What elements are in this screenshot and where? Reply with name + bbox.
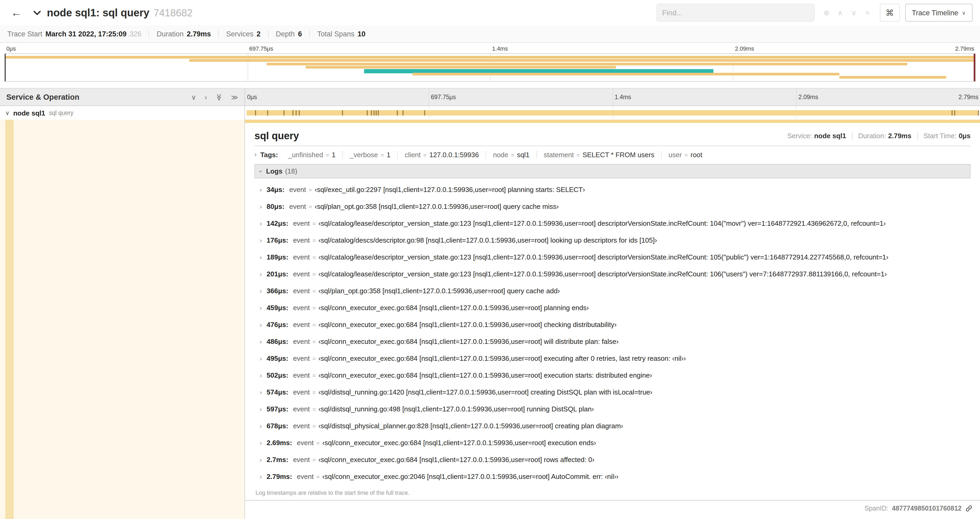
time-tick-label: 1.4ms [615, 94, 631, 100]
log-entry[interactable]: ›502μs:event=‹sql/conn_executor_exec.go:… [260, 367, 970, 384]
tag-item: _verbose=1 [342, 150, 397, 158]
minimap-right-scrubber[interactable] [974, 54, 975, 81]
equals-sign: = [312, 237, 316, 244]
equals-sign: = [312, 288, 316, 294]
span-meta-label: Service: [787, 132, 812, 140]
service-operation-title: Service & Operation [6, 93, 191, 101]
log-field-key: event [293, 338, 310, 345]
log-field-key: event [293, 405, 310, 413]
log-field-value: ‹sql/distsql_physical_planner.go:828 [ns… [318, 422, 623, 430]
log-field-key: event [293, 371, 310, 379]
log-entry[interactable]: ›678μs:event=‹sql/distsql_physical_plann… [260, 418, 970, 434]
log-entry[interactable]: ›495μs:event=‹sql/conn_executor_exec.go:… [260, 350, 970, 367]
clear-search-icon[interactable]: × [861, 8, 874, 17]
next-result-icon[interactable]: ∨ [847, 8, 861, 17]
expand-one-icon[interactable]: › [205, 93, 207, 101]
log-marker [267, 110, 268, 115]
time-tick-label: 2.09ms [735, 45, 754, 52]
chevron-down-icon[interactable]: ∨ [5, 109, 10, 116]
indent-guide-column [0, 120, 245, 519]
chevron-right-icon: › [260, 304, 262, 312]
minimap-span-bar [839, 76, 946, 78]
view-options-button[interactable]: Trace Timeline ∨ [905, 4, 973, 22]
logs-footnote: Log timestamps are relative to the start… [255, 485, 970, 501]
log-timestamp: 574μs: [267, 388, 288, 396]
log-entry[interactable]: ›142μs:event=‹sql/catalog/lease/descript… [260, 215, 970, 232]
log-field-value: ‹sql/exec_util.go:2297 [nsql1,client=127… [315, 186, 585, 193]
equals-sign: = [326, 152, 329, 158]
log-entry[interactable]: ›80μs:event=‹sql/plan_opt.go:358 [nsql1,… [260, 198, 970, 215]
minimap-tick-labels: 0μs697.75μs1.4ms2.09ms2.79ms [4, 45, 976, 53]
chevron-right-icon: › [260, 389, 262, 396]
back-arrow-icon: ← [11, 6, 22, 19]
summary-value-suffix: .326 [127, 30, 142, 38]
detail-column: sql query Service:node sql1Duration:2.79… [245, 120, 980, 519]
tag-value: sql1 [517, 150, 530, 158]
log-entry[interactable]: ›459μs:event=‹sql/conn_executor_exec.go:… [260, 300, 970, 316]
log-timestamp: 201μs: [267, 270, 288, 278]
log-rows: ›34μs:event=‹sql/exec_util.go:2297 [nsql… [255, 178, 970, 485]
tag-item: statement=SELECT * FROM users [536, 150, 661, 158]
keyboard-shortcuts-button[interactable]: ⌘ [880, 4, 900, 22]
log-field-key: event [293, 422, 310, 430]
expand-all-icon[interactable]: ≫ [231, 93, 238, 101]
summary-item: Trace StartMarch 31 2022, 17:25:09.326 [7, 30, 150, 38]
tags-row[interactable]: › Tags: _unfinished=1_verbose=1client=12… [255, 146, 970, 163]
expand-collapse-controls: ∨ › ≫ ≫ [191, 93, 238, 101]
log-entry[interactable]: ›476μs:event=‹sql/conn_executor_exec.go:… [260, 316, 970, 333]
operation-name: sql query [49, 110, 73, 116]
log-entry[interactable]: ›189μs:event=‹sql/catalog/lease/descript… [260, 249, 970, 266]
span-meta-value: 2.79ms [888, 132, 911, 140]
log-field-key: event [293, 253, 310, 261]
minimap-canvas[interactable] [4, 53, 976, 82]
log-entry[interactable]: ›176μs:event=‹sql/catalog/descs/descript… [260, 232, 970, 249]
chevron-right-icon: › [260, 473, 262, 481]
zoom-in-icon[interactable]: ⊕ [819, 8, 833, 17]
back-button[interactable]: ← [7, 4, 25, 22]
time-tick-label: 697.75μs [431, 94, 456, 100]
log-entry[interactable]: ›2.7ms:event=‹sql/conn_executor_exec.go:… [260, 452, 970, 468]
log-timestamp: 2.79ms: [267, 473, 292, 481]
chevron-right-icon: › [260, 186, 262, 193]
log-entry[interactable]: ›34μs:event=‹sql/exec_util.go:2297 [nsql… [260, 181, 970, 198]
span-id-value: 4877749850101760812 [892, 505, 962, 512]
chevron-right-icon: › [260, 220, 262, 227]
log-marker [366, 110, 368, 115]
logs-section-header[interactable]: › Logs (18) [255, 164, 970, 178]
find-input[interactable] [656, 4, 814, 22]
span-id-label: SpanID: [864, 505, 888, 512]
summary-item: Depth6 [269, 30, 310, 38]
chevron-right-icon: › [260, 456, 262, 464]
log-entry[interactable]: ›597μs:event=‹sql/distsql_running.go:498… [260, 401, 970, 418]
tag-key: user [668, 150, 682, 158]
span-row[interactable]: ∨ node sql1 sql query [0, 106, 980, 120]
log-field-value: ‹sql/distsql_running.go:1420 [nsql1,clie… [318, 388, 652, 396]
log-timestamp: 176μs: [267, 236, 288, 244]
log-field-value: ‹sql/conn_executor_exec.go:684 [nsql1,cl… [318, 321, 617, 329]
log-entry[interactable]: ›2.79ms:event=‹sql/conn_executor_exec.go… [260, 468, 970, 485]
span-bar[interactable] [247, 110, 978, 115]
log-field-value: ‹sql/conn_executor_exec.go:684 [nsql1,cl… [318, 355, 686, 363]
equals-sign: = [312, 389, 316, 396]
link-icon[interactable] [965, 505, 973, 512]
log-entry[interactable]: ›201μs:event=‹sql/catalog/lease/descript… [260, 266, 970, 283]
log-timestamp: 34μs: [267, 186, 285, 193]
span-row-label[interactable]: ∨ node sql1 sql query [0, 106, 245, 120]
log-marker [255, 110, 256, 115]
collapse-trace-chevron-icon[interactable] [33, 8, 41, 17]
minimap-left-scrubber[interactable] [5, 54, 6, 81]
summary-label: Duration [157, 30, 184, 38]
time-tick-label: 2.79ms [959, 94, 978, 100]
log-timestamp: 80μs: [267, 203, 285, 211]
prev-result-icon[interactable]: ∧ [833, 8, 847, 17]
time-tick-label: 0μs [247, 94, 257, 100]
log-entry[interactable]: ›574μs:event=‹sql/distsql_running.go:142… [260, 384, 970, 401]
page-title: node sql1: sql query 7418682 [47, 6, 192, 19]
collapse-all-icon[interactable]: ≫ [215, 93, 223, 101]
log-entry[interactable]: ›486μs:event=‹sql/conn_executor_exec.go:… [260, 333, 970, 350]
tags-label: Tags: [260, 150, 278, 158]
log-entry[interactable]: ›366μs:event=‹sql/plan_opt.go:358 [nsql1… [260, 283, 970, 300]
span-meta-item: Start Time:0μs [917, 132, 970, 140]
log-entry[interactable]: ›2.69ms:event=‹sql/conn_executor_exec.go… [260, 434, 970, 452]
collapse-one-icon[interactable]: ∨ [191, 93, 196, 101]
